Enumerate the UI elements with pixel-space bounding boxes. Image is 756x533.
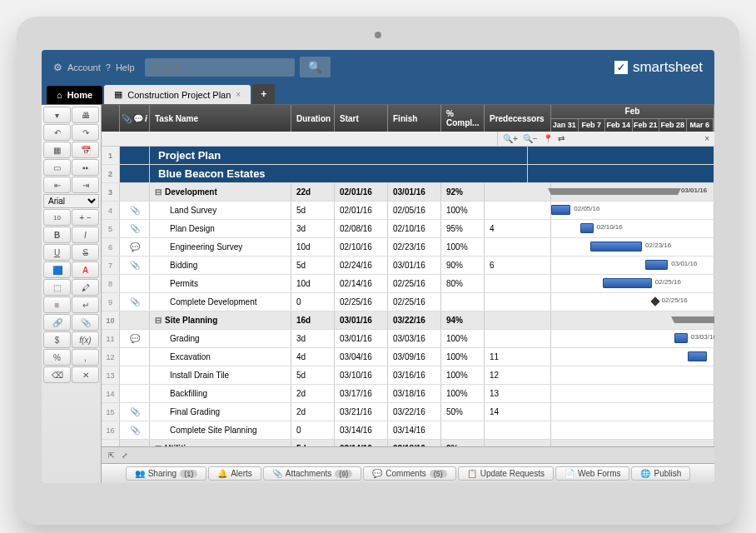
comma-icon[interactable]: ,	[72, 349, 99, 366]
indent-icon[interactable]: ⇤	[43, 177, 71, 193]
gear-icon[interactable]: ⚙	[53, 62, 62, 73]
task-cell[interactable]: Final Grading	[150, 403, 291, 421]
finish-cell[interactable]: 03/22/16	[388, 403, 441, 421]
today-icon[interactable]: 📍	[543, 134, 553, 143]
wrap-icon[interactable]: ↵	[72, 296, 99, 313]
col-start-header[interactable]: Start	[335, 105, 388, 132]
task-cell[interactable]: Bidding	[150, 257, 291, 274]
inc-size-icon[interactable]: + −	[72, 209, 99, 226]
start-cell[interactable]: 03/14/16	[335, 421, 388, 439]
collapse-icon[interactable]: ⇱	[105, 451, 118, 461]
gantt-bar[interactable]	[688, 351, 707, 361]
pct-cell[interactable]	[441, 293, 485, 311]
search-input[interactable]	[145, 58, 295, 77]
duration-cell[interactable]: 3d	[291, 330, 335, 347]
print-icon[interactable]: 🖶	[72, 107, 99, 123]
start-cell[interactable]: 03/01/16	[335, 330, 388, 347]
pct-cell[interactable]: 94%	[441, 311, 485, 329]
gantt-bar[interactable]	[580, 223, 594, 233]
table-row[interactable]: 9📎Complete Development002/25/1602/25/160…	[102, 293, 714, 311]
web-forms-button[interactable]: 📄Web Forms	[555, 466, 630, 481]
bold-icon[interactable]: B	[43, 227, 71, 243]
start-cell[interactable]: 02/25/16	[335, 293, 388, 311]
highlight-icon[interactable]: 🖍	[72, 279, 99, 296]
fill-color-icon[interactable]: 🟦	[43, 262, 71, 278]
duration-cell[interactable]: 3d	[291, 220, 335, 237]
finish-cell[interactable]: 03/14/16	[388, 421, 441, 439]
pred-cell[interactable]: 12	[485, 366, 551, 384]
save-icon[interactable]: ▾	[43, 107, 71, 123]
start-cell[interactable]: 02/08/16	[335, 220, 388, 237]
duration-cell[interactable]: 10d	[291, 275, 335, 292]
start-cell[interactable]: 02/01/16	[335, 202, 388, 219]
pct-cell[interactable]: 100%	[441, 348, 485, 366]
start-cell[interactable]: 03/04/16	[335, 348, 388, 366]
task-cell[interactable]: Blue Beacon Estates	[150, 165, 528, 182]
pct-cell[interactable]: 100%	[441, 330, 485, 347]
table-row[interactable]: 16📎Complete Site Planning003/14/1603/14/…	[102, 421, 714, 440]
percent-icon[interactable]: %	[43, 349, 71, 366]
pred-cell[interactable]: 11	[485, 348, 551, 366]
duration-cell[interactable]: 5d	[291, 257, 335, 274]
task-cell[interactable]: Install Drain Tile	[150, 366, 291, 384]
table-row[interactable]: 1Project Plan	[102, 147, 714, 165]
start-cell[interactable]: 03/21/16	[335, 403, 388, 421]
pred-cell[interactable]	[485, 293, 551, 311]
gantt-close-icon[interactable]: ×	[704, 134, 709, 143]
eraser-icon[interactable]: ⌫	[43, 366, 71, 383]
start-cell[interactable]: 02/01/16	[335, 183, 388, 201]
pred-cell[interactable]: 14	[485, 403, 551, 421]
attachments-button[interactable]: 📎Attachments(9)	[263, 466, 362, 481]
gantt-bar[interactable]	[645, 260, 668, 270]
finish-cell[interactable]: 03/22/16	[388, 311, 441, 329]
underline-icon[interactable]: U	[43, 244, 71, 261]
update-requests-button[interactable]: 📋Update Requests	[458, 466, 554, 481]
finish-cell[interactable]: 03/03/16	[388, 330, 441, 347]
duration-cell[interactable]: 0	[291, 421, 335, 439]
finish-cell[interactable]: 03/01/16	[388, 183, 441, 201]
task-cell[interactable]: Engineering Survey	[150, 238, 291, 256]
duration-cell[interactable]: 5d	[291, 440, 335, 446]
finish-cell[interactable]: 03/18/16	[388, 440, 441, 446]
pct-cell[interactable]: 0%	[441, 440, 485, 446]
finish-cell[interactable]: 03/16/16	[388, 366, 441, 384]
pred-cell[interactable]	[485, 440, 551, 446]
table-row[interactable]: 6💬Engineering Survey10d02/10/1602/23/161…	[102, 238, 714, 257]
close-icon[interactable]: ×	[236, 90, 241, 99]
finish-cell[interactable]: 03/01/16	[388, 257, 441, 274]
start-cell[interactable]: 02/14/16	[335, 275, 388, 292]
task-cell[interactable]: Complete Site Planning	[150, 421, 291, 439]
tab-project[interactable]: ▦ Construction Project Plan ×	[104, 85, 251, 104]
expand-icon[interactable]: ⤢	[118, 451, 132, 461]
italic-icon[interactable]: I	[72, 227, 99, 243]
card-view-icon[interactable]: ▪▪	[72, 159, 99, 176]
link-icon[interactable]: 🔗	[43, 314, 71, 331]
duration-cell[interactable]: 5d	[291, 202, 335, 219]
task-cell[interactable]: Excavation	[150, 348, 291, 366]
pred-cell[interactable]	[485, 183, 551, 201]
align-icon[interactable]: ≡	[43, 296, 71, 313]
pct-cell[interactable]: 100%	[441, 238, 485, 256]
help-link[interactable]: Help	[116, 62, 135, 72]
table-row[interactable]: 14Backfilling2d03/17/1603/18/16100%13	[102, 385, 714, 403]
zoom-out-icon[interactable]: 🔍−	[523, 134, 538, 143]
summary-bar[interactable]	[551, 188, 678, 195]
table-row[interactable]: 17Utilities5d03/14/1603/18/160%	[102, 440, 714, 446]
start-cell[interactable]: 03/10/16	[335, 366, 388, 384]
tab-add-button[interactable]: +	[252, 84, 275, 104]
gantt-bar[interactable]	[551, 205, 570, 215]
start-cell[interactable]: 03/14/16	[335, 440, 388, 446]
font-select[interactable]: Arial	[43, 194, 99, 208]
formula-icon[interactable]: f(x)	[72, 331, 99, 348]
table-row[interactable]: 11💬Grading3d03/01/1603/03/16100%03/03/16	[102, 330, 714, 348]
table-row[interactable]: 4📎Land Survey5d02/01/1602/05/16100%02/05…	[102, 202, 714, 220]
task-cell[interactable]: Grading	[150, 330, 291, 347]
grid-view-icon[interactable]: ▦	[43, 142, 71, 158]
task-cell[interactable]: Complete Development	[150, 293, 291, 311]
finish-cell[interactable]: 02/25/16	[388, 293, 441, 311]
redo-icon[interactable]: ↷	[72, 124, 99, 141]
duration-cell[interactable]: 2d	[291, 385, 335, 402]
pct-cell[interactable]: 80%	[441, 275, 485, 292]
sharing-button[interactable]: 👥Sharing(1)	[126, 466, 206, 481]
table-row[interactable]: 2Blue Beacon Estates	[102, 165, 714, 183]
